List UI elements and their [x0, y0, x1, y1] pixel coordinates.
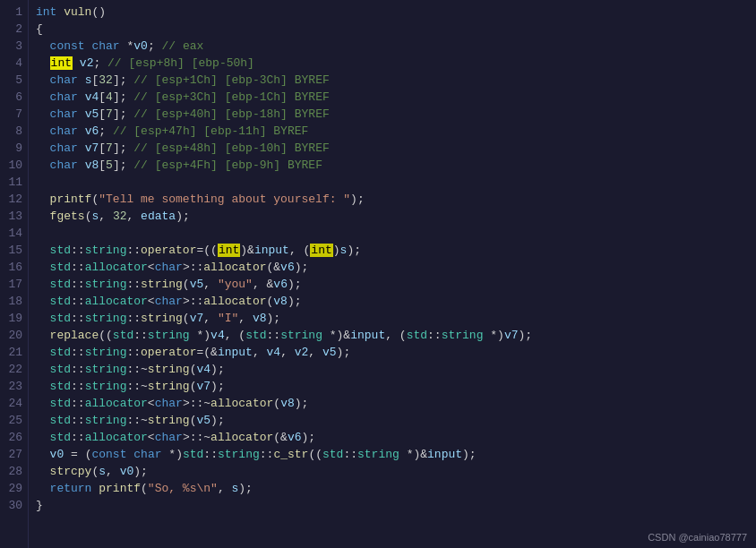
code-line-23: std::string::~string(v7);: [36, 378, 749, 395]
code-line-30: }: [36, 497, 749, 514]
code-line-13: fgets(s, 32, edata);: [36, 208, 749, 225]
code-line-22: std::string::~string(v4);: [36, 361, 749, 378]
code-line-16: std::allocator<char>::allocator(&v6);: [36, 259, 749, 276]
code-line-25: std::string::~string(v5);: [36, 412, 749, 429]
code-line-28: strcpy(s, v0);: [36, 463, 749, 480]
code-line-10: char v8[5]; // [esp+4Fh] [ebp-9h] BYREF: [36, 157, 749, 174]
code-line-8: char v6; // [esp+47h] [ebp-11h] BYREF: [36, 123, 749, 140]
code-line-21: std::string::operator=(&input, v4, v2, v…: [36, 344, 749, 361]
code-line-1: int vuln(): [36, 4, 749, 21]
code-line-15: std::string::operator=((int)&input, (int…: [36, 242, 749, 259]
watermark: CSDN @cainiao78777: [648, 532, 747, 543]
code-line-11: [36, 174, 749, 191]
code-line-6: char v4[4]; // [esp+3Ch] [ebp-1Ch] BYREF: [36, 89, 749, 106]
code-line-26: std::allocator<char>::~allocator(&v6);: [36, 429, 749, 446]
code-line-4: int v2; // [esp+8h] [ebp-50h]: [36, 55, 749, 72]
code-line-3: const char *v0; // eax: [36, 38, 749, 55]
code-line-19: std::string::string(v7, "I", v8);: [36, 310, 749, 327]
code-line-9: char v7[7]; // [esp+48h] [ebp-10h] BYREF: [36, 140, 749, 157]
line-numbers: 1 2 3 4 5 6 7 8 9 10 11 12 13 14 15 16 1…: [0, 0, 29, 548]
code-line-18: std::allocator<char>::allocator(v8);: [36, 293, 749, 310]
code-line-5: char s[32]; // [esp+1Ch] [ebp-3Ch] BYREF: [36, 72, 749, 89]
code-line-2: {: [36, 21, 749, 38]
code-line-27: v0 = (const char *)std::string::c_str((s…: [36, 446, 749, 463]
code-line-20: replace((std::string *)v4, (std::string …: [36, 327, 749, 344]
code-area: 1 2 3 4 5 6 7 8 9 10 11 12 13 14 15 16 1…: [0, 0, 756, 548]
code-line-12: printf("Tell me something about yourself…: [36, 191, 749, 208]
code-line-14: [36, 225, 749, 242]
code-line-29: return printf("So, %s\n", s);: [36, 480, 749, 497]
code-line-7: char v5[7]; // [esp+40h] [ebp-18h] BYREF: [36, 106, 749, 123]
code-line-17: std::string::string(v5, "you", &v6);: [36, 276, 749, 293]
code-line-24: std::allocator<char>::~allocator(v8);: [36, 395, 749, 412]
code-container: 1 2 3 4 5 6 7 8 9 10 11 12 13 14 15 16 1…: [0, 0, 756, 548]
code-content: int vuln() { const char *v0; // eax int …: [29, 0, 756, 548]
